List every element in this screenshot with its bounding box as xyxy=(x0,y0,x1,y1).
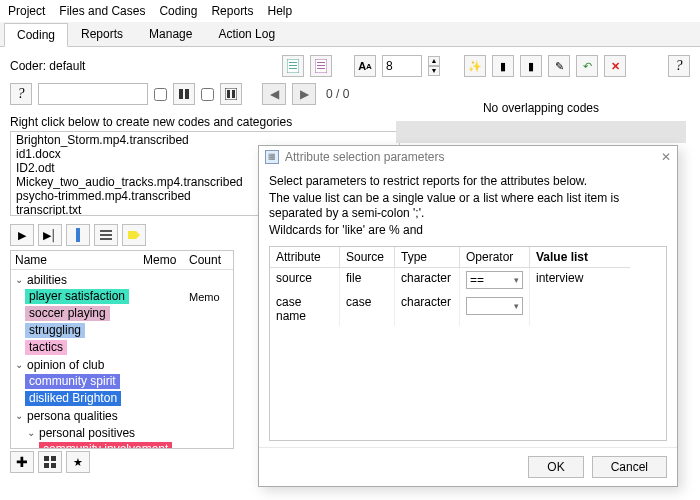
menu-coding[interactable]: Coding xyxy=(159,4,197,18)
columns-icon[interactable] xyxy=(173,83,195,105)
tab-reports[interactable]: Reports xyxy=(68,22,136,46)
add-icon[interactable]: ✚ xyxy=(10,451,34,473)
code-label[interactable]: community involvement xyxy=(39,442,172,448)
tag-yellow-icon[interactable] xyxy=(122,224,146,246)
help-icon[interactable]: ? xyxy=(668,55,690,77)
tree-item[interactable]: ⌄abilities xyxy=(11,271,233,288)
dialog-desc-3: Wildcards for 'like' are % and xyxy=(269,223,667,238)
prev-button[interactable]: ◀ xyxy=(262,83,286,105)
menu-files-cases[interactable]: Files and Cases xyxy=(59,4,145,18)
cell-operator[interactable]: ▾ xyxy=(460,292,530,326)
tree-item[interactable]: disliked Brighton xyxy=(11,390,233,407)
spinner-down-icon[interactable]: ▼ xyxy=(428,66,440,76)
tree-category-label: opinion of club xyxy=(25,358,104,372)
menu-help[interactable]: Help xyxy=(267,4,292,18)
cell-source[interactable]: file xyxy=(340,268,395,292)
th-memo[interactable]: Memo xyxy=(143,253,189,267)
expand-icon[interactable]: ⌄ xyxy=(13,359,25,370)
tab-coding[interactable]: Coding xyxy=(4,23,68,47)
highlighter2-icon[interactable]: ▮ xyxy=(520,55,542,77)
code-label[interactable]: tactics xyxy=(25,340,67,355)
tree-item[interactable]: soccer playing xyxy=(11,305,233,322)
undo-icon[interactable]: ↶ xyxy=(576,55,598,77)
expand-icon[interactable]: ⌄ xyxy=(25,427,37,438)
ok-button[interactable]: OK xyxy=(528,456,583,478)
annotation-icon[interactable]: ✎ xyxy=(548,55,570,77)
gh-source[interactable]: Source xyxy=(340,247,395,268)
tree-item[interactable]: struggling xyxy=(11,322,233,339)
gh-type[interactable]: Type xyxy=(395,247,460,268)
code-tree[interactable]: Name Memo Count ⌄abilitiesplayer satisfa… xyxy=(10,250,234,449)
overlap-panel: No overlapping codes xyxy=(396,101,686,143)
marker-icon[interactable] xyxy=(66,224,90,246)
cell-operator[interactable]: ==▾ xyxy=(460,268,530,292)
tree-item[interactable]: player satisfactionMemo xyxy=(11,288,233,305)
checkbox-columns[interactable] xyxy=(154,88,167,101)
doc-green-icon[interactable] xyxy=(282,55,304,77)
th-count[interactable]: Count xyxy=(189,253,229,267)
tab-manage[interactable]: Manage xyxy=(136,22,205,46)
grid-icon[interactable] xyxy=(38,451,62,473)
code-label[interactable]: player satisfaction xyxy=(25,289,129,304)
svg-rect-7 xyxy=(317,68,325,69)
code-label[interactable]: soccer playing xyxy=(25,306,110,321)
cell-type[interactable]: character xyxy=(395,268,460,292)
font-size-input[interactable] xyxy=(382,55,422,77)
gh-valuelist[interactable]: Value list xyxy=(530,247,630,268)
svg-rect-9 xyxy=(185,89,189,99)
cell-source[interactable]: case xyxy=(340,292,395,326)
attribute-selection-dialog: ▦ Attribute selection parameters ✕ Selec… xyxy=(258,145,678,487)
tree-item[interactable]: ⌄persona qualities xyxy=(11,407,233,424)
dialog-desc-1: Select parameters to restrict reports fo… xyxy=(269,174,667,189)
list-view-icon[interactable] xyxy=(94,224,118,246)
tree-item[interactable]: ⌄personal positives xyxy=(11,424,233,441)
doc-purple-icon[interactable] xyxy=(310,55,332,77)
svg-rect-12 xyxy=(232,90,235,98)
play-button[interactable]: ▶ xyxy=(10,224,34,246)
close-icon[interactable]: ✕ xyxy=(661,150,671,164)
gh-operator[interactable]: Operator xyxy=(460,247,530,268)
next-button[interactable]: ▶ xyxy=(292,83,316,105)
spinner-up-icon[interactable]: ▲ xyxy=(428,56,440,66)
checkbox-layout[interactable] xyxy=(201,88,214,101)
font-size-icon[interactable]: AA xyxy=(354,55,376,77)
code-label[interactable]: community spirit xyxy=(25,374,120,389)
expand-icon[interactable]: ⌄ xyxy=(13,274,25,285)
code-label[interactable]: struggling xyxy=(25,323,85,338)
svg-rect-1 xyxy=(289,62,297,63)
overlap-label: No overlapping codes xyxy=(396,101,686,115)
th-name[interactable]: Name xyxy=(15,253,143,267)
svg-rect-16 xyxy=(100,238,112,240)
highlighter1-icon[interactable]: ▮ xyxy=(492,55,514,77)
tree-item[interactable]: community spirit xyxy=(11,373,233,390)
search-help-icon[interactable]: ? xyxy=(10,83,32,105)
attribute-grid[interactable]: Attribute Source Type Operator Value lis… xyxy=(269,246,667,441)
svg-rect-6 xyxy=(317,65,325,66)
overlap-bar[interactable] xyxy=(396,121,686,143)
cell-value[interactable]: interview xyxy=(530,268,630,292)
delete-icon[interactable]: ✕ xyxy=(604,55,626,77)
chevron-down-icon: ▾ xyxy=(514,301,519,311)
cancel-button[interactable]: Cancel xyxy=(592,456,667,478)
layout-icon[interactable] xyxy=(220,83,242,105)
cell-attribute[interactable]: case name xyxy=(270,292,340,326)
tree-item[interactable]: tactics xyxy=(11,339,233,356)
cell-value[interactable] xyxy=(530,292,630,326)
gh-attribute[interactable]: Attribute xyxy=(270,247,340,268)
tree-category-label: persona qualities xyxy=(25,409,118,423)
menu-project[interactable]: Project xyxy=(8,4,45,18)
code-label[interactable]: disliked Brighton xyxy=(25,391,121,406)
tree-item[interactable]: ⌄opinion of club xyxy=(11,356,233,373)
font-size-spinner[interactable]: ▲▼ xyxy=(428,56,440,76)
menu-reports[interactable]: Reports xyxy=(211,4,253,18)
svg-rect-21 xyxy=(51,463,56,468)
wand-icon[interactable]: ✨ xyxy=(464,55,486,77)
star-icon[interactable]: ★ xyxy=(66,451,90,473)
cell-type[interactable]: character xyxy=(395,292,460,326)
cell-attribute[interactable]: source xyxy=(270,268,340,292)
tab-action-log[interactable]: Action Log xyxy=(205,22,288,46)
search-input[interactable] xyxy=(38,83,148,105)
expand-icon[interactable]: ⌄ xyxy=(13,410,25,421)
tree-item[interactable]: community involvement xyxy=(11,441,233,448)
next-track-button[interactable]: ▶│ xyxy=(38,224,62,246)
